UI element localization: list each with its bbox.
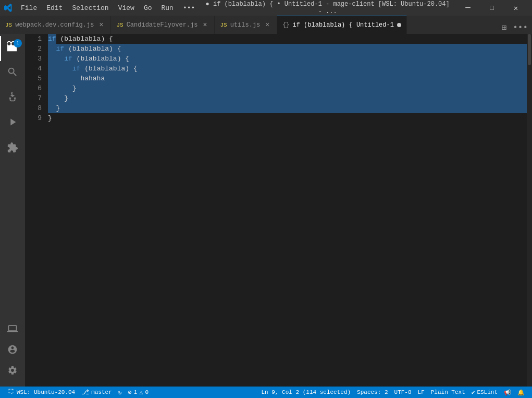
tab-actions: ⊞ •••: [498, 21, 532, 34]
bell-icon: 🔔: [517, 389, 525, 396]
extensions-icon: [7, 142, 18, 156]
status-branch[interactable]: ⎇ master: [78, 387, 115, 398]
code-line-2: if (blablabla) {: [48, 44, 530, 54]
run-debug-icon: [7, 116, 18, 131]
remote-icon: [7, 323, 18, 337]
code-line-3: if (blablabla) {: [48, 54, 530, 64]
tab-dirty-dot: [397, 23, 401, 27]
code-line-6: }: [48, 83, 530, 93]
tab-untitled[interactable]: {} if (blablabla) { Untitled-1: [277, 16, 407, 34]
position-label: Ln 9, Col 2 (114 selected): [261, 389, 351, 395]
code-line-8: }: [48, 103, 530, 113]
main-layout: 1: [0, 34, 532, 387]
eslint-label: ESLint: [477, 389, 498, 395]
tab-label-candidateflyover: CandidateFlyover.js: [127, 21, 198, 29]
status-broadcast[interactable]: 📢: [501, 387, 514, 398]
activity-item-run[interactable]: [0, 111, 25, 136]
menu-run[interactable]: Run: [157, 3, 177, 13]
code-content: 1 2 3 4 5 6 7 8 9 if (blablabla) {: [25, 34, 532, 387]
settings-icon: [7, 365, 18, 379]
tab-icon-untitled: {}: [282, 22, 289, 28]
code-line-7: }: [48, 93, 530, 103]
window-controls: — □ ✕: [456, 0, 528, 16]
language-label: Plain Text: [431, 389, 465, 395]
status-position[interactable]: Ln 9, Col 2 (114 selected): [258, 387, 354, 398]
tab-webpack[interactable]: JS webpack.dev.config.js ×: [0, 16, 111, 34]
tab-bar: JS webpack.dev.config.js × JS CandidateF…: [0, 16, 532, 34]
tab-close-candidateflyover[interactable]: ×: [201, 21, 209, 29]
scrollbar-thumb[interactable]: [528, 34, 531, 65]
tab-close-webpack[interactable]: ×: [97, 21, 105, 29]
eslint-check-icon: ✔: [472, 389, 475, 396]
status-encoding[interactable]: UTF-8: [391, 387, 415, 398]
activity-item-search[interactable]: [0, 61, 25, 86]
account-icon: [7, 344, 18, 358]
status-wsl[interactable]: WSL: Ubuntu-20.04: [4, 387, 78, 398]
close-button[interactable]: ✕: [504, 0, 528, 16]
activity-item-explorer[interactable]: 1: [0, 36, 25, 61]
code-editor[interactable]: 1 2 3 4 5 6 7 8 9 if (blablabla) {: [25, 34, 532, 387]
tab-icon-webpack: JS: [5, 22, 12, 28]
source-control-icon: [7, 91, 18, 106]
status-eslint[interactable]: ✔ ESLint: [468, 387, 501, 398]
code-line-1: if (blablabla) {: [48, 34, 530, 44]
wsl-label: WSL: Ubuntu-20.04: [17, 389, 75, 395]
scrollbar-vertical[interactable]: [527, 34, 532, 387]
error-icon: ⊗: [128, 389, 131, 396]
menu-bar: File Edit Selection View Go Run •••: [17, 3, 199, 13]
tab-close-utils[interactable]: ×: [263, 21, 271, 29]
code-line-9: }: [48, 113, 530, 123]
activity-bar: 1: [0, 34, 25, 387]
activity-item-remote[interactable]: [0, 320, 25, 341]
status-errors[interactable]: ⊗ 1 ⚠ 0: [125, 387, 152, 398]
branch-name: master: [91, 389, 112, 395]
code-line-4: if (blablabla) {: [48, 64, 530, 74]
tab-label-untitled: if (blablabla) { Untitled-1: [292, 21, 393, 29]
branch-icon: ⎇: [81, 388, 89, 396]
activity-item-settings[interactable]: [0, 361, 25, 382]
explorer-badge: 1: [14, 39, 22, 47]
search-icon: [7, 66, 18, 81]
status-eol[interactable]: LF: [415, 387, 428, 398]
tab-candidateflyover[interactable]: JS CandidateFlyover.js ×: [111, 16, 215, 34]
status-spaces[interactable]: Spaces: 2: [354, 387, 391, 398]
code-line-5: hahaha: [48, 74, 530, 83]
menu-file[interactable]: File: [17, 3, 41, 13]
activity-item-scm[interactable]: [0, 86, 25, 111]
menu-go[interactable]: Go: [140, 3, 156, 13]
spaces-label: Spaces: 2: [357, 389, 388, 395]
broadcast-icon: 📢: [504, 389, 511, 396]
menu-selection[interactable]: Selection: [68, 3, 113, 13]
tab-utils[interactable]: JS utils.js ×: [215, 16, 277, 34]
status-bell[interactable]: 🔔: [514, 387, 528, 398]
tab-icon-utils: JS: [220, 22, 227, 28]
maximize-button[interactable]: □: [480, 0, 504, 16]
status-sync[interactable]: ↻: [115, 387, 125, 398]
warning-icon: ⚠: [139, 389, 143, 396]
activity-item-extensions[interactable]: [0, 136, 25, 161]
tab-label-utils: utils.js: [230, 21, 261, 29]
status-language[interactable]: Plain Text: [428, 387, 468, 398]
activity-item-account[interactable]: [0, 341, 25, 361]
editor-area: 1 2 3 4 5 6 7 8 9 if (blablabla) {: [25, 34, 532, 387]
tab-label-webpack: webpack.dev.config.js: [15, 21, 94, 29]
status-bar: WSL: Ubuntu-20.04 ⎇ master ↻ ⊗ 1 ⚠ 0 Ln …: [0, 387, 532, 398]
code-lines: if (blablabla) { if (blablabla) { if (bl…: [46, 34, 532, 387]
menu-edit[interactable]: Edit: [42, 3, 67, 13]
line-numbers: 1 2 3 4 5 6 7 8 9: [25, 34, 46, 387]
eol-label: LF: [418, 389, 425, 395]
more-actions-button[interactable]: •••: [511, 22, 530, 33]
remote-status-icon: [7, 388, 15, 397]
warning-count: 0: [145, 389, 149, 395]
window-title: ● if (blablabla) { • Untitled-1 - mage-c…: [203, 1, 452, 15]
tab-icon-candidateflyover: JS: [116, 22, 123, 28]
encoding-label: UTF-8: [394, 389, 412, 395]
minimize-button[interactable]: —: [456, 0, 480, 16]
split-editor-button[interactable]: ⊞: [500, 21, 509, 34]
sync-icon: ↻: [118, 389, 122, 396]
menu-more[interactable]: •••: [179, 3, 199, 13]
title-bar: File Edit Selection View Go Run ••• ● if…: [0, 0, 532, 16]
menu-view[interactable]: View: [114, 3, 139, 13]
error-count: 1: [134, 389, 138, 395]
vscode-logo: [4, 4, 13, 12]
